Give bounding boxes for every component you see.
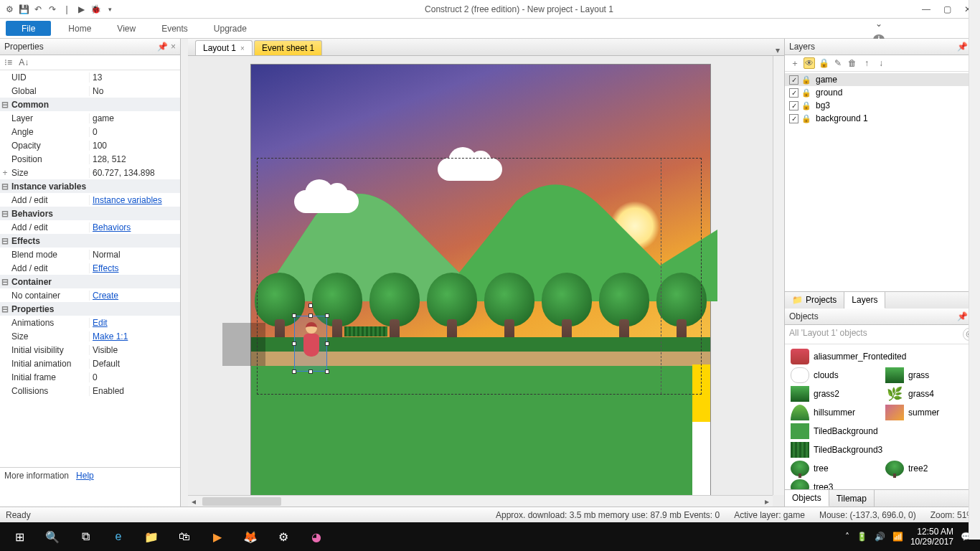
tab-tilemap[interactable]: Tilemap bbox=[829, 490, 875, 507]
sort-categorized-icon[interactable]: ⁝≡ bbox=[4, 57, 12, 67]
add-layer-icon[interactable]: ＋ bbox=[789, 57, 801, 69]
explorer-icon[interactable]: 📁 bbox=[135, 522, 168, 551]
layer-row[interactable]: ✓🔒ground2 bbox=[785, 86, 980, 99]
object-label[interactable]: tree3 bbox=[814, 482, 833, 490]
object-label[interactable]: grass2 bbox=[814, 389, 839, 399]
settings-icon[interactable]: ⚙ bbox=[267, 522, 300, 551]
property-row[interactable]: SizeMake 1:1 bbox=[0, 329, 180, 343]
layer-row[interactable]: ✓🔒game3 bbox=[785, 73, 980, 86]
media-icon[interactable]: ▶ bbox=[201, 522, 234, 551]
object-label[interactable]: clouds bbox=[814, 370, 839, 380]
property-row[interactable]: Add / editEffects bbox=[0, 261, 180, 275]
layer-checkbox[interactable]: ✓ bbox=[789, 88, 798, 98]
move-up-icon[interactable]: ↑ bbox=[861, 57, 872, 69]
move-down-icon[interactable]: ↓ bbox=[875, 57, 887, 69]
object-label[interactable]: tree2 bbox=[908, 463, 928, 474]
lock-icon[interactable]: 🔒 bbox=[801, 101, 811, 110]
objects-list[interactable]: aliasummer_Frontedited clouds grass gras… bbox=[785, 344, 980, 490]
panel-close-icon[interactable]: × bbox=[171, 42, 176, 52]
property-row[interactable]: No containerCreate bbox=[0, 288, 180, 302]
volume-icon[interactable]: 🔊 bbox=[875, 532, 885, 542]
property-row[interactable]: GlobalNo bbox=[0, 84, 180, 98]
property-row[interactable]: Initial visibilityVisible bbox=[0, 343, 180, 357]
battery-icon[interactable]: 🔋 bbox=[857, 532, 867, 542]
property-row[interactable]: Blend modeNormal bbox=[0, 248, 180, 261]
debug-icon[interactable]: 🐞 bbox=[89, 3, 102, 16]
property-row[interactable]: UID13 bbox=[0, 70, 180, 84]
menu-home[interactable]: Home bbox=[55, 19, 104, 38]
property-row[interactable]: Add / editInstance variables bbox=[0, 193, 180, 207]
lock-icon[interactable]: 🔒 bbox=[818, 57, 829, 69]
pin-icon[interactable]: 📌 bbox=[157, 42, 168, 52]
tab-projects[interactable]: 📁 Projects bbox=[785, 292, 844, 309]
redo-icon[interactable]: ↷ bbox=[46, 3, 59, 16]
property-row[interactable]: Initial frame0 bbox=[0, 370, 180, 384]
layout-viewport[interactable]: ◂▸ bbox=[188, 56, 784, 507]
delete-icon[interactable]: 🗑 bbox=[847, 57, 858, 69]
lock-icon[interactable]: 🔒 bbox=[801, 114, 811, 123]
vertical-scrollbar[interactable] bbox=[773, 56, 784, 495]
property-row[interactable]: Layergame bbox=[0, 111, 180, 125]
object-label[interactable]: tree bbox=[814, 463, 829, 474]
rename-icon[interactable]: ✎ bbox=[832, 57, 844, 69]
property-row[interactable]: +Size60.727, 134.898 bbox=[0, 166, 180, 179]
lock-icon[interactable]: 🔒 bbox=[801, 88, 811, 98]
properties-grid[interactable]: UID13GlobalNo⊟CommonLayergameAngle0Opaci… bbox=[0, 70, 180, 467]
pin-icon[interactable]: 📌 bbox=[957, 311, 968, 321]
menu-view[interactable]: View bbox=[104, 19, 149, 38]
property-row[interactable]: Angle0 bbox=[0, 125, 180, 138]
tab-layers[interactable]: Layers bbox=[844, 292, 885, 309]
property-row[interactable]: CollisionsEnabled bbox=[0, 384, 180, 397]
object-label[interactable]: summer bbox=[908, 408, 939, 418]
system-tray[interactable]: ˄ 🔋 🔊 📶 12:50 AM 10/29/2017 💬 bbox=[845, 527, 977, 547]
layer-checkbox[interactable]: ✓ bbox=[789, 114, 798, 123]
object-label[interactable]: TiledBackground bbox=[814, 426, 878, 436]
property-row[interactable]: Add / editBehaviors bbox=[0, 220, 180, 234]
splitter[interactable] bbox=[181, 39, 188, 507]
tab-layout[interactable]: Layout 1 × bbox=[195, 40, 253, 55]
firefox-icon[interactable]: 🦊 bbox=[234, 522, 267, 551]
property-row[interactable]: Position128, 512 bbox=[0, 152, 180, 166]
app-icon[interactable]: ◕ bbox=[300, 522, 333, 551]
object-label[interactable]: TiledBackground3 bbox=[814, 445, 882, 455]
maximize-button[interactable]: ▢ bbox=[943, 4, 951, 14]
tab-eventsheet[interactable]: Event sheet 1 bbox=[254, 40, 322, 55]
menu-events[interactable]: Events bbox=[149, 19, 201, 38]
undo-icon[interactable]: ↶ bbox=[32, 3, 44, 16]
layer-row[interactable]: ✓🔒background 10 bbox=[785, 112, 980, 125]
layer-checkbox[interactable]: ✓ bbox=[789, 75, 798, 85]
wifi-icon[interactable]: 📶 bbox=[892, 532, 903, 542]
search-icon[interactable]: 🔍 bbox=[36, 522, 69, 551]
object-label[interactable]: grass bbox=[908, 370, 929, 380]
help-link[interactable]: Help bbox=[76, 471, 94, 481]
menu-file[interactable]: File bbox=[6, 21, 51, 36]
tray-chevron-icon[interactable]: ˄ bbox=[845, 532, 849, 542]
start-button[interactable]: ⊞ bbox=[3, 522, 36, 551]
clock[interactable]: 12:50 AM 10/29/2017 bbox=[910, 527, 953, 547]
property-row[interactable]: Initial animationDefault bbox=[0, 357, 180, 370]
layer-list[interactable]: ✓🔒game3✓🔒ground2✓🔒bg31✓🔒background 10 bbox=[785, 72, 980, 126]
sort-az-icon[interactable]: A↓ bbox=[19, 57, 29, 67]
task-view-icon[interactable]: ⧉ bbox=[69, 522, 102, 551]
property-row[interactable]: AnimationsEdit bbox=[0, 316, 180, 329]
ribbon-collapse-icon[interactable]: ⌄ bbox=[875, 19, 882, 29]
tabs-dropdown-icon[interactable]: ▾ bbox=[776, 45, 780, 55]
menu-upgrade[interactable]: Upgrade bbox=[201, 19, 260, 38]
layer-checkbox[interactable]: ✓ bbox=[789, 101, 798, 110]
property-row[interactable]: Opacity100 bbox=[0, 138, 180, 152]
object-label[interactable]: grass4 bbox=[908, 389, 934, 399]
tab-close-icon[interactable]: × bbox=[240, 44, 245, 52]
object-label[interactable]: hillsummer bbox=[814, 408, 855, 418]
tab-objects[interactable]: Objects bbox=[785, 490, 829, 507]
layout-canvas[interactable] bbox=[251, 65, 710, 495]
pin-icon[interactable]: 📌 bbox=[957, 42, 968, 52]
save-icon[interactable]: 💾 bbox=[17, 3, 30, 16]
selected-sprite[interactable] bbox=[294, 316, 327, 372]
object-label[interactable]: aliasummer_Frontedited bbox=[814, 352, 906, 362]
minimize-button[interactable]: — bbox=[922, 4, 930, 14]
horizontal-scrollbar[interactable]: ◂▸ bbox=[188, 495, 773, 507]
lock-icon[interactable]: 🔒 bbox=[801, 75, 811, 85]
store-icon[interactable]: 🛍 bbox=[168, 522, 201, 551]
visibility-icon[interactable]: 👁 bbox=[804, 57, 815, 69]
run-icon[interactable]: ▶ bbox=[75, 3, 88, 16]
